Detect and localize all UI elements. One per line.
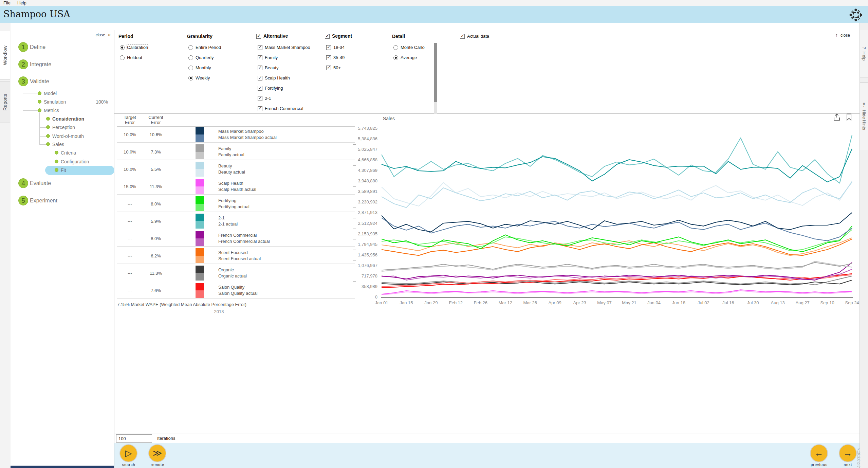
node-criteria[interactable]: Criteria [61,150,76,156]
radio-icon[interactable] [188,76,193,80]
alternative-header[interactable]: Alternative [256,33,288,39]
next-button[interactable]: → [839,444,857,462]
workflow-step-evaluate[interactable]: Evaluate [30,180,51,186]
alternative-scrollbar[interactable] [434,43,437,114]
tab-hide-hints[interactable]: ∗· Hide Hints [860,82,868,150]
y-tick-label: 2,871,913 [346,210,377,215]
scrollbar-thumb[interactable] [434,43,437,102]
sales-line-chart [381,126,853,298]
node-metrics[interactable]: Metrics [44,108,59,113]
checkbox-option-mass-market-shampoo[interactable]: Mass Market Shampoo [258,45,310,52]
checkbox-option-french-commercial[interactable]: French Commercial [258,106,303,113]
workflow-step-experiment[interactable]: Experiment [30,198,57,204]
node-bullet [38,100,41,104]
node-fit[interactable]: Fit [61,167,66,173]
remote-button[interactable]: ≫ [148,444,166,462]
export-icon[interactable] [833,113,840,122]
chart-title: Sales [383,116,395,121]
radio-icon[interactable] [393,45,398,50]
series-name: Scalp Health [218,180,256,186]
option-label: French Commercial [265,106,303,111]
checkbox-option-18-34[interactable]: 18-34 [326,45,345,52]
node-configuration[interactable]: Configuration [61,159,89,164]
alternative-checkbox[interactable] [256,34,261,39]
search-button[interactable]: ▷ [119,444,137,462]
y-tick-label: 2,512,924 [346,221,377,226]
radio-option-holdout[interactable]: Holdout [120,55,142,62]
checkbox-icon[interactable] [258,76,262,80]
checkbox-option-2-1[interactable]: 2-1 [258,96,271,103]
checkbox-icon[interactable] [258,45,262,50]
checkbox-icon[interactable] [258,86,262,91]
step-number-2: 2 [18,59,28,69]
menu-help[interactable]: Help [14,0,30,6]
network-logo-icon[interactable] [848,7,864,24]
radio-option-entire-period[interactable]: Entire Period [188,45,221,52]
checkbox-icon[interactable] [326,66,331,70]
radio-option-weekly[interactable]: Weekly [188,75,210,82]
node-model[interactable]: Model [44,91,57,96]
previous-button[interactable]: ← [810,444,828,462]
radio-icon[interactable] [393,55,398,60]
x-tick-label: Feb 26 [467,300,494,305]
current-error-header: CurrentError [143,115,169,125]
legend-row: ---6.2%Scent FocusedScent Focused actual [117,248,355,264]
checkbox-icon[interactable] [258,66,262,70]
radio-icon[interactable] [120,55,125,60]
step-number-3: 3 [18,76,28,86]
node-word-of-mouth[interactable]: Word-of-mouth [52,133,84,139]
checkbox-option-35-49[interactable]: 35-49 [326,55,345,62]
tab-workflow-label: Workflow [2,46,8,65]
actual-data-checkbox[interactable] [460,34,465,39]
workflow-step-integrate[interactable]: Integrate [30,61,51,68]
segment-checkbox[interactable] [325,34,330,39]
node-perception[interactable]: Perception [52,125,75,130]
tab-workflow[interactable]: Workflow [0,31,10,79]
checkbox-option-fortifying[interactable]: Fortifying [258,86,283,92]
actual-data-option[interactable]: Actual data [460,34,489,40]
radio-icon[interactable] [188,66,193,70]
workflow-step-validate[interactable]: Validate [30,78,49,85]
filter-close-button[interactable]: ↑close [835,32,850,38]
tab-reports[interactable]: Reports [0,82,10,123]
option-label: Weekly [196,75,210,80]
series-line-beauty [382,182,852,208]
menu-file[interactable]: File [0,0,14,6]
node-sales[interactable]: Sales [52,142,64,147]
option-label: Fortifying [265,86,283,91]
radio-option-average[interactable]: Average [393,55,417,62]
radio-option-monthly[interactable]: Monthly [188,65,211,72]
fit-legend-table: TargetError CurrentError 10.0%10.6%Mass … [117,115,355,314]
checkbox-option-scalp-health[interactable]: Scalp Health [258,75,290,82]
workflow-step-define[interactable]: Define [30,44,45,50]
radio-icon[interactable] [188,45,193,50]
series-swatch [196,283,204,290]
current-error-value: 8.0% [143,236,169,241]
workflow-close-button[interactable]: close« [96,32,111,37]
node-consideration[interactable]: Consideration [52,116,84,122]
radio-option-quarterly[interactable]: Quarterly [188,55,214,62]
step-number-1: 1 [18,42,28,52]
checkbox-icon[interactable] [326,55,331,60]
radio-option-monte-carlo[interactable]: Monte Carlo [393,45,425,52]
checkbox-icon[interactable] [258,55,262,60]
segment-header[interactable]: Segment [325,33,352,39]
checkbox-option-family[interactable]: Family [258,55,278,62]
checkbox-icon[interactable] [258,96,262,101]
iterations-input[interactable] [116,434,152,443]
checkbox-icon[interactable] [258,106,262,111]
actual-series-swatch [196,186,204,194]
checkbox-icon[interactable] [326,45,331,50]
node-simulation[interactable]: Simulation [44,99,66,105]
checkbox-option-beauty[interactable]: Beauty [258,65,278,72]
target-error-value: --- [117,271,143,276]
bookmark-icon[interactable] [846,113,852,122]
radio-icon[interactable] [120,45,125,50]
checkbox-option-50-[interactable]: 50+ [326,65,341,72]
radio-option-calibration[interactable]: Calibration [120,45,148,52]
radio-icon[interactable] [188,55,193,60]
x-tick-label: Jan 01 [368,300,395,305]
tab-help[interactable]: ? Help [860,30,868,77]
current-error-value: 6.2% [143,253,169,258]
year-label: 2013 [117,309,321,314]
